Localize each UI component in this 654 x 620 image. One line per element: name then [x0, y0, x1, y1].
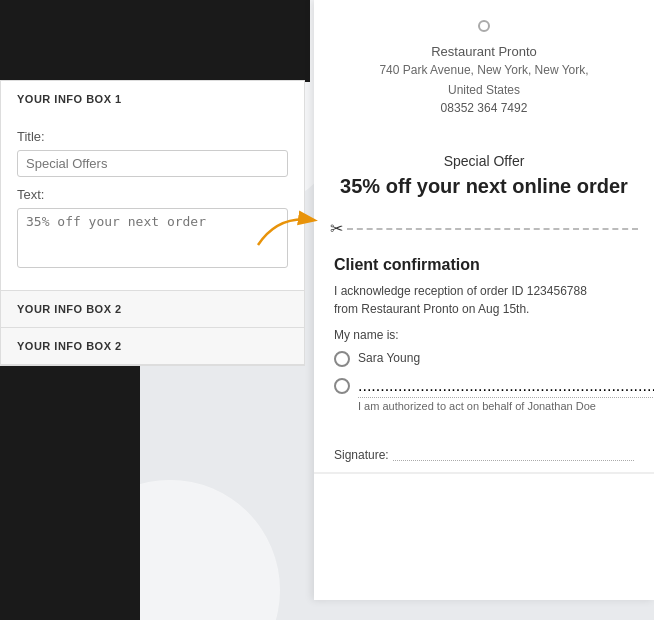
radio-label-1: Sara Young — [358, 350, 420, 367]
info-box-2b: YOUR INFO BOX 2 — [1, 328, 304, 365]
special-offer-label: Special Offer — [334, 153, 634, 169]
dark-background-top — [0, 0, 310, 82]
special-offer-value: 35% off your next online order — [334, 173, 634, 199]
restaurant-name: Restaurant Pronto — [334, 44, 634, 59]
title-input-row — [17, 150, 288, 177]
radio-sublabel-2: I am authorized to act on behalf of Jona… — [358, 400, 654, 412]
signature-row: Signature: — [314, 432, 654, 462]
receipt-top: Restaurant Pronto 740 Park Avenue, New Y… — [314, 0, 654, 141]
client-confirmation: Client confirmation I acknowledge recept… — [314, 246, 654, 432]
confirmation-text-1: I acknowledge reception of order ID 1234… — [334, 282, 634, 318]
radio-dotted-line: ........................................… — [358, 377, 654, 398]
receipt-address-line2: United States — [334, 81, 634, 99]
signature-label: Signature: — [334, 448, 389, 462]
receipt-dot — [478, 20, 490, 32]
text-field-row: Text: — [17, 185, 288, 202]
text-textarea-row — [17, 208, 288, 268]
radio-circle-2[interactable] — [334, 378, 350, 394]
receipt-address-line1: 740 Park Avenue, New York, New York, — [334, 61, 634, 79]
signature-dots — [393, 449, 634, 461]
dashed-line — [347, 228, 638, 230]
confirmation-title: Client confirmation — [334, 256, 634, 274]
radio-option-1: Sara Young — [334, 350, 634, 367]
receipt-panel: Restaurant Pronto 740 Park Avenue, New Y… — [314, 0, 654, 600]
scissors-divider: ✂ — [314, 211, 654, 246]
title-field-row: Title: — [17, 127, 288, 144]
info-box-2b-header: YOUR INFO BOX 2 — [1, 328, 304, 364]
info-box-1: YOUR INFO BOX 1 Title: Text: — [1, 81, 304, 291]
special-offer-section: Special Offer 35% off your next online o… — [314, 141, 654, 211]
text-textarea[interactable] — [17, 208, 288, 268]
receipt-bottom-edge — [314, 472, 654, 484]
info-box-1-header: YOUR INFO BOX 1 — [1, 81, 304, 117]
info-box-2a: YOUR INFO BOX 2 — [1, 291, 304, 328]
left-panel: YOUR INFO BOX 1 Title: Text: YOUR INFO B… — [0, 80, 305, 366]
receipt-phone: 08352 364 7492 — [334, 101, 634, 115]
radio-circle-1[interactable] — [334, 351, 350, 367]
scissors-icon: ✂ — [330, 219, 343, 238]
info-box-1-body: Title: Text: — [1, 117, 304, 290]
title-input[interactable] — [17, 150, 288, 177]
my-name-label: My name is: — [334, 328, 634, 342]
radio-option-2: ........................................… — [334, 377, 634, 412]
text-label: Text: — [17, 185, 55, 202]
title-label: Title: — [17, 127, 55, 144]
info-box-2a-header: YOUR INFO BOX 2 — [1, 291, 304, 327]
